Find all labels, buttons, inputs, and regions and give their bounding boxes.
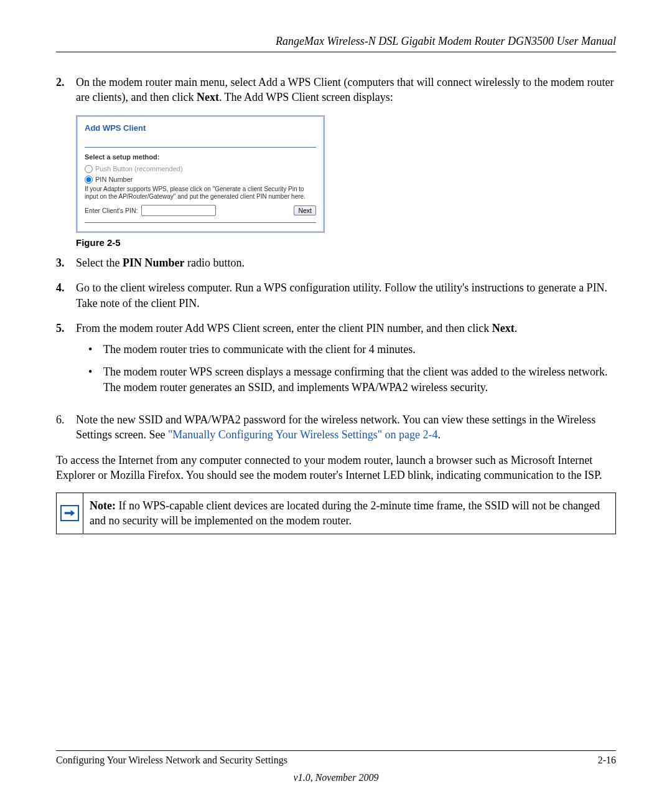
cross-ref-link[interactable]: "Manually Configuring Your Wireless Sett…	[168, 428, 438, 441]
step-text: From the modem router Add WPS Client scr…	[76, 322, 492, 334]
note-label: Note:	[90, 499, 116, 512]
step-text-tail: radio button.	[184, 257, 245, 269]
footer-version: v1.0, November 2009	[56, 772, 616, 783]
wps-select-label: Select a setup method:	[85, 153, 316, 162]
figure-caption: Figure 2-5	[76, 237, 616, 249]
step-number: 6.	[56, 412, 76, 443]
step-3: 3. Select the PIN Number radio button.	[56, 255, 616, 270]
radio-pin-label: PIN Number	[95, 175, 133, 184]
wps-title: Add WPS Client	[85, 123, 316, 134]
page-footer: Configuring Your Wireless Network and Se…	[56, 750, 616, 783]
radio-push-input[interactable]	[85, 165, 93, 173]
note-box: Note: If no WPS-capable client devices a…	[56, 493, 616, 534]
step-text: Go to the client wireless computer. Run …	[76, 280, 616, 311]
step-text-tail: .	[515, 322, 518, 334]
step-number: 3.	[56, 255, 76, 270]
body-content: 2. On the modem router main menu, select…	[56, 75, 616, 534]
step-text: Select the	[76, 257, 123, 269]
access-paragraph: To access the Internet from any computer…	[56, 453, 616, 483]
page-header-title: RangeMax Wireless-N DSL Gigabit Modem Ro…	[56, 35, 616, 48]
radio-push-label: Push Button (recommended)	[95, 164, 183, 174]
step-4: 4. Go to the client wireless computer. R…	[56, 280, 616, 311]
pin-input[interactable]	[141, 205, 216, 216]
header-rule	[56, 52, 616, 52]
step-number: 2.	[56, 75, 76, 105]
wps-screenshot: Add WPS Client Select a setup method: Pu…	[76, 115, 325, 233]
step-number: 4.	[56, 280, 76, 311]
bullet-1: The modem router tries to communicate wi…	[88, 342, 616, 357]
step-6: 6. Note the new SSID and WPA/WPA2 passwo…	[56, 412, 616, 443]
footer-page-number: 2-16	[598, 755, 616, 766]
radio-pin-number[interactable]: PIN Number	[85, 175, 316, 184]
footer-rule	[56, 750, 616, 751]
pin-keyword: PIN Number	[123, 257, 185, 269]
next-keyword: Next	[197, 91, 219, 103]
step-text-tail: .	[438, 428, 441, 441]
radio-pin-input[interactable]	[85, 176, 93, 184]
next-keyword: Next	[492, 322, 515, 334]
step-5: 5. From the modem router Add WPS Client …	[56, 321, 616, 402]
radio-push-button[interactable]: Push Button (recommended)	[85, 164, 316, 174]
footer-chapter: Configuring Your Wireless Network and Se…	[56, 755, 287, 766]
step-number: 5.	[56, 321, 76, 402]
bullet-2: The modem router WPS screen displays a m…	[88, 364, 616, 395]
pin-label: Enter Client's PIN:	[85, 206, 138, 215]
arrow-right-icon	[60, 505, 79, 521]
note-text: If no WPS-capable client devices are loc…	[90, 499, 600, 527]
wps-hint: If your Adapter supports WPS, please cli…	[85, 186, 316, 201]
next-button[interactable]: Next	[294, 205, 316, 215]
bullet-text: The modem router WPS screen displays a m…	[103, 364, 616, 395]
step-text-tail: . The Add WPS Client screen displays:	[219, 91, 393, 103]
bullet-text: The modem router tries to communicate wi…	[103, 342, 416, 357]
step-2: 2. On the modem router main menu, select…	[56, 75, 616, 105]
